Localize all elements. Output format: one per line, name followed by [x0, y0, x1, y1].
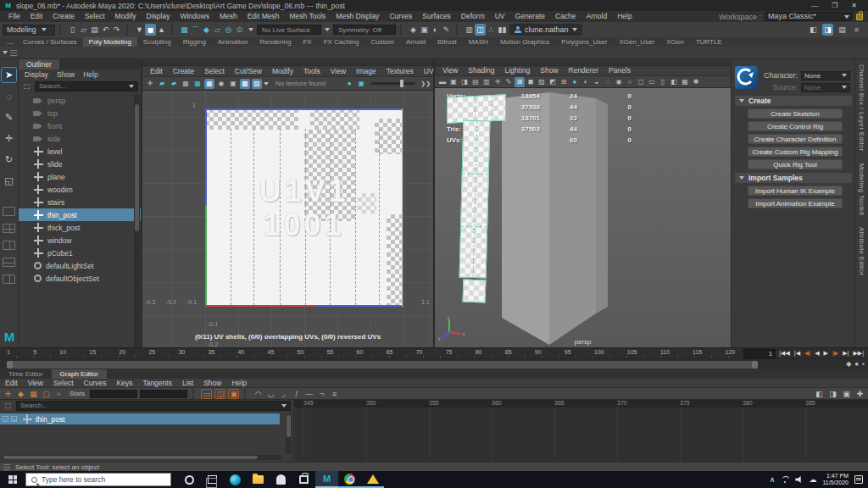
- dock-tab[interactable]: Time Editor: [0, 369, 52, 379]
- motion-trail-icon[interactable]: ∴: [486, 24, 497, 36]
- frame-all-icon[interactable]: ▭: [201, 389, 212, 399]
- anim-prefs-icon[interactable]: ▪: [862, 360, 865, 368]
- uv-pattern-toggle-icon[interactable]: ▨: [252, 79, 262, 89]
- save-scene-icon[interactable]: ▤: [89, 24, 100, 36]
- wireframe-icon[interactable]: ⊞: [515, 77, 525, 87]
- outliner-item[interactable]: top: [19, 107, 141, 119]
- menu-item[interactable]: Mesh Tools: [285, 11, 331, 22]
- outliner-item[interactable]: plane: [19, 170, 141, 183]
- grease-pencil-icon[interactable]: ✎: [504, 77, 514, 87]
- outliner-item[interactable]: level: [19, 145, 141, 158]
- menu-item[interactable]: Renderer: [564, 65, 604, 76]
- task-view-button[interactable]: [201, 471, 224, 488]
- live-surface-field[interactable]: No Live Surface: [257, 25, 321, 35]
- shadows-icon[interactable]: ◐: [581, 77, 591, 87]
- thin-post-top-mesh[interactable]: [447, 94, 506, 124]
- sidebar-toolsettings-icon[interactable]: ◨: [822, 24, 833, 36]
- hud-toggle-icon[interactable]: ◧: [669, 77, 679, 87]
- menu-item[interactable]: Cache: [550, 11, 581, 22]
- lattice-deform-keys-icon[interactable]: ▦: [28, 389, 39, 399]
- shelf-tab[interactable]: Polygons_User: [555, 37, 613, 47]
- exposure-slider[interactable]: [371, 82, 415, 85]
- uv-grid-snap-icon[interactable]: ▦: [192, 79, 203, 89]
- user-account-chip[interactable]: clune.nathan: [509, 24, 582, 36]
- graph-curve-area[interactable]: 345350355360365370375380385: [294, 400, 868, 462]
- viewport-settings-icon[interactable]: ✱: [691, 77, 701, 87]
- chevron-down-icon[interactable]: [325, 28, 330, 31]
- shelf-tab[interactable]: XGen_User: [613, 37, 660, 47]
- use-default-material-icon[interactable]: ◩: [548, 77, 558, 87]
- menu-set-dropdown[interactable]: Modeling: [3, 25, 55, 36]
- shelf-tab[interactable]: Motion Graphics: [494, 37, 555, 47]
- camera-attributes-icon[interactable]: ◨: [459, 77, 470, 87]
- time-snap-icon[interactable]: ◧: [814, 389, 825, 399]
- sidebar-attribute-editor-icon[interactable]: ◧: [808, 24, 819, 36]
- chevron-down-icon[interactable]: [248, 28, 253, 31]
- graph-outliner-item[interactable]: − + thin_post: [0, 413, 280, 424]
- outliner-item[interactable]: thin_post: [19, 208, 141, 221]
- outliner-item[interactable]: persp: [19, 94, 141, 107]
- expander-icon[interactable]: −: [3, 416, 8, 422]
- close-button[interactable]: ✕: [851, 2, 857, 9]
- symmetry-field[interactable]: Symmetry: Off: [333, 25, 396, 35]
- plateau-tangent-icon[interactable]: ≡: [329, 389, 340, 399]
- filter-icon[interactable]: ⬚: [21, 80, 32, 92]
- open-panel-icon[interactable]: ✚: [854, 389, 865, 399]
- menu-item[interactable]: Help: [79, 69, 102, 80]
- retime-tool-icon[interactable]: ≈: [53, 389, 64, 399]
- region-tool-icon[interactable]: ▢: [41, 389, 52, 399]
- menu-item[interactable]: Edit: [0, 379, 23, 387]
- menu-item[interactable]: Select: [48, 379, 79, 387]
- create-character-definition-button[interactable]: Create Character Definition: [748, 134, 843, 144]
- outliner-item[interactable]: front: [19, 119, 141, 132]
- bookmarks-icon[interactable]: ▤: [470, 77, 481, 87]
- menu-item[interactable]: Show: [53, 69, 79, 80]
- character-set-icon[interactable]: ◆: [846, 360, 851, 368]
- uv-distortion-icon[interactable]: ●: [344, 79, 354, 89]
- shelf-tab[interactable]: Bifrost: [431, 37, 463, 47]
- taskbar-search-input[interactable]: Type here to search: [25, 473, 171, 486]
- flat-tangent-icon[interactable]: —: [303, 389, 314, 399]
- select-camera-icon[interactable]: ▬: [437, 77, 448, 87]
- menu-item[interactable]: Select: [80, 11, 110, 22]
- menu-item[interactable]: Cut/Sew: [230, 66, 267, 77]
- uv-layout-icon[interactable]: ▦: [204, 79, 214, 89]
- menu-item[interactable]: Display: [142, 11, 175, 22]
- graph-search-input[interactable]: Search...: [16, 401, 291, 411]
- construction-history-icon[interactable]: ◈: [408, 24, 419, 36]
- graph-outliner-hscrollbar[interactable]: [2, 455, 281, 460]
- outliner-scrollbar[interactable]: [134, 94, 140, 347]
- new-scene-icon[interactable]: ▯: [67, 24, 78, 36]
- menu-item[interactable]: Display: [20, 69, 53, 80]
- select-hierarchy-icon[interactable]: ▼: [134, 24, 145, 36]
- 2d-pan-zoom-icon[interactable]: ✛: [492, 77, 503, 87]
- menu-item[interactable]: Curves: [79, 379, 112, 387]
- menu-item[interactable]: Create: [47, 11, 80, 22]
- uv-range-icon[interactable]: ▣: [356, 79, 366, 89]
- step-forward-key-button[interactable]: |▶: [831, 350, 840, 357]
- uv-image-icon[interactable]: ▣: [228, 79, 238, 89]
- layout-persp-outliner-button[interactable]: [3, 274, 15, 284]
- menu-item[interactable]: Panels: [604, 65, 636, 76]
- lock-camera-icon[interactable]: ▣: [448, 77, 459, 87]
- go-to-end-button[interactable]: ▶▶|: [851, 350, 865, 357]
- menu-item[interactable]: Tools: [298, 66, 326, 77]
- layout-four-pane-button[interactable]: [3, 224, 15, 233]
- pause-icon[interactable]: ▮▮: [497, 24, 508, 36]
- shelf-options-icon[interactable]: [3, 51, 8, 54]
- shelf-tab[interactable]: Curves / Surfaces: [17, 37, 83, 47]
- onedrive-cloud-icon[interactable]: ☁: [809, 475, 816, 484]
- menu-item[interactable]: Create: [168, 66, 200, 77]
- select-tool[interactable]: ➤: [2, 68, 16, 82]
- select-component-icon[interactable]: ▲: [156, 24, 167, 36]
- taskbar-clock[interactable]: 1:47 PM 11/5/2020: [822, 473, 849, 486]
- taskbar-app-edge[interactable]: [224, 471, 247, 488]
- uv-shell-move-icon[interactable]: ▰: [169, 79, 179, 89]
- taskbar-app-maya[interactable]: M: [315, 471, 338, 488]
- ipr-render-icon[interactable]: ◐: [430, 24, 441, 36]
- start-button[interactable]: [0, 471, 25, 488]
- menu-item[interactable]: Mesh Display: [331, 11, 384, 22]
- menu-item[interactable]: List: [177, 379, 198, 387]
- shelf-tab[interactable]: Animation: [212, 37, 254, 47]
- outliner-item[interactable]: wooden: [19, 183, 141, 196]
